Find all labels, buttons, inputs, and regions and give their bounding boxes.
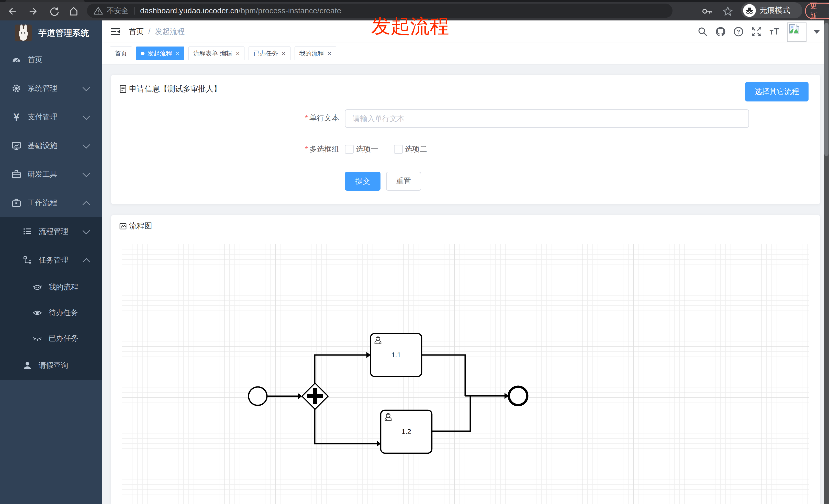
- scrollbar-thumb[interactable]: [824, 23, 828, 156]
- sidebar-item-task-management[interactable]: 任务管理: [0, 246, 102, 274]
- avatar[interactable]: [787, 23, 806, 42]
- chevron-down-icon: [82, 84, 90, 91]
- sidebar-item-label: 工作流程: [28, 198, 57, 208]
- close-icon[interactable]: ×: [176, 50, 180, 57]
- bpmn-user-task-2[interactable]: 1.2: [381, 410, 432, 453]
- bpmn-end-event[interactable]: [509, 387, 527, 405]
- sidebar-item-home[interactable]: 首页: [0, 45, 102, 74]
- chevron-up-icon: [82, 258, 90, 266]
- sidebar-item-payment[interactable]: ¥ 支付管理: [0, 103, 102, 131]
- sidebar-item-workflow[interactable]: 工作流程: [0, 189, 102, 217]
- incognito-badge: 无痕模式: [741, 2, 802, 18]
- sidebar-item-system[interactable]: 系统管理: [0, 74, 102, 103]
- refresh-icon[interactable]: [48, 6, 60, 17]
- sidebar-item-label: 任务管理: [39, 255, 68, 265]
- gear-icon: [11, 83, 22, 94]
- sidebar-item-my-process[interactable]: 我的流程: [0, 274, 102, 300]
- eye-open-icon: [32, 307, 43, 318]
- annotation-title: 发起流程: [371, 13, 449, 40]
- chrome-update-button[interactable]: 更新 ⋮: [805, 3, 829, 19]
- sidebar-item-label: 已办任务: [48, 333, 78, 344]
- choose-other-process-button[interactable]: 选择其它流程: [745, 82, 808, 102]
- home-icon[interactable]: [68, 6, 79, 17]
- sidebar-collapse-icon[interactable]: [110, 26, 121, 37]
- logo-avatar: [15, 25, 32, 41]
- close-icon[interactable]: ×: [328, 50, 331, 57]
- chrome-menu-icon[interactable]: ⋮: [826, 7, 829, 15]
- apply-info-panel: 申请信息【测试多审批人】 选择其它流程 *单行文本 *多选框组 选项一 选项二: [111, 75, 820, 204]
- forward-icon[interactable]: [28, 6, 39, 17]
- sidebar-item-label: 系统管理: [28, 83, 57, 93]
- url-domain[interactable]: dashboard.yudao.iocoder.cn: [140, 6, 239, 15]
- submit-button[interactable]: 提交: [345, 172, 381, 191]
- bpmn-start-event[interactable]: [249, 387, 267, 405]
- checkbox-option-1-label[interactable]: 选项一: [356, 144, 378, 154]
- help-icon[interactable]: ?: [733, 26, 744, 37]
- url-separator: [134, 7, 135, 14]
- process-list-icon: [22, 226, 33, 237]
- close-icon[interactable]: ×: [236, 50, 240, 57]
- svg-text:T: T: [774, 26, 779, 36]
- sidebar-item-label: 首页: [28, 55, 42, 65]
- incognito-label: 无痕模式: [759, 5, 790, 15]
- apply-panel-header: 申请信息【测试多审批人】 选择其它流程: [111, 75, 820, 103]
- sidebar-item-infrastructure[interactable]: 基础设施: [0, 131, 102, 160]
- font-size-icon[interactable]: T T: [769, 26, 780, 37]
- sidebar-item-label: 我的流程: [48, 282, 78, 293]
- sidebar-item-done-tasks[interactable]: 已办任务: [0, 325, 102, 351]
- required-asterisk: *: [305, 145, 308, 153]
- eye-closed-icon: [32, 333, 43, 344]
- bookmark-star-icon[interactable]: [722, 6, 733, 17]
- url-path[interactable]: /bpm/process-instance/create: [239, 6, 341, 15]
- toolbox-icon: [11, 169, 22, 180]
- task-link-icon: [22, 255, 33, 266]
- breadcrumb-separator: /: [148, 27, 150, 36]
- checkbox-option-2-label[interactable]: 选项二: [405, 144, 427, 154]
- sidebar-item-label: 基础设施: [28, 141, 57, 151]
- svg-text:T: T: [770, 29, 773, 36]
- tag-done-tasks[interactable]: 已办任务 ×: [249, 46, 290, 60]
- sidebar-item-label: 支付管理: [28, 112, 57, 122]
- search-icon[interactable]: [697, 26, 708, 37]
- tag-my-process[interactable]: 我的流程 ×: [295, 46, 336, 60]
- close-icon[interactable]: ×: [282, 50, 285, 57]
- fullscreen-icon[interactable]: [751, 26, 762, 37]
- password-key-icon[interactable]: [702, 6, 713, 17]
- process-diagram-panel: 流程图: [111, 215, 820, 504]
- reset-button[interactable]: 重置: [386, 172, 421, 191]
- bpmn-task-1-label: 1.1: [391, 351, 401, 359]
- tag-form-edit[interactable]: 流程表单-编辑 ×: [188, 46, 245, 60]
- checkbox-option-1[interactable]: [345, 145, 354, 154]
- tag-home[interactable]: 首页: [110, 46, 132, 60]
- browser-active-tab[interactable]: [5, 0, 85, 2]
- avatar-caret-icon[interactable]: [814, 30, 820, 34]
- checkbox-option-2[interactable]: [394, 145, 403, 154]
- document-icon: [119, 85, 127, 93]
- tag-label: 已办任务: [253, 49, 278, 57]
- bpmn-diagram: 1.1 1.2: [122, 244, 809, 504]
- sidebar-logo[interactable]: 芋道管理系统: [0, 21, 102, 45]
- update-label[interactable]: 更新: [810, 1, 823, 21]
- single-line-text-input[interactable]: [345, 109, 749, 128]
- scrollbar[interactable]: [824, 21, 829, 504]
- broken-image-icon: [789, 24, 800, 34]
- tags-view: 首页 发起流程 × 流程表单-编辑 × 已办任务 × 我的流程 ×: [102, 43, 829, 64]
- apply-panel-title: 申请信息【测试多审批人】: [129, 84, 221, 94]
- breadcrumb-home[interactable]: 首页: [129, 27, 144, 37]
- github-icon[interactable]: [715, 26, 726, 37]
- sidebar-item-devtools[interactable]: 研发工具: [0, 160, 102, 189]
- security-label[interactable]: 不安全: [107, 6, 129, 15]
- chevron-down-icon: [82, 141, 90, 149]
- image-icon: [119, 222, 127, 230]
- browser-tab-strip: [0, 0, 829, 2]
- not-secure-warning-icon: [93, 6, 103, 16]
- sidebar-item-leave-query[interactable]: 请假查询: [0, 351, 102, 380]
- bpmn-canvas[interactable]: 1.1 1.2: [122, 244, 809, 504]
- back-icon[interactable]: [6, 6, 17, 17]
- chevron-up-icon: [82, 201, 90, 208]
- tag-start-process[interactable]: 发起流程 ×: [136, 46, 184, 60]
- bpmn-user-task-1[interactable]: 1.1: [370, 334, 422, 377]
- monitor-icon: [11, 140, 22, 151]
- sidebar-item-process-management[interactable]: 流程管理: [0, 217, 102, 246]
- sidebar-item-todo-tasks[interactable]: 待办任务: [0, 300, 102, 325]
